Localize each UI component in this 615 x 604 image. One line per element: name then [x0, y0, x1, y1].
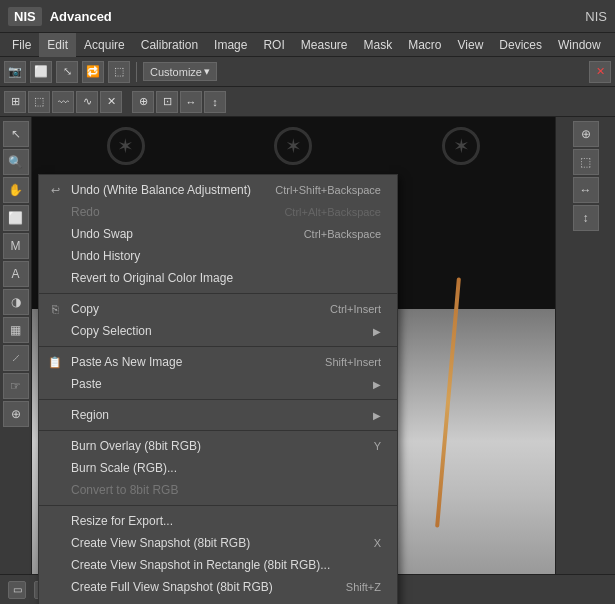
copy-sel-arrow: ▶	[373, 326, 381, 337]
toolbar2-btn-9[interactable]: ↕	[204, 91, 226, 113]
menu-create-full[interactable]: Create Full View Snapshot (8bit RGB) Shi…	[39, 576, 397, 598]
menu-copy[interactable]: ⎘ Copy Ctrl+Insert	[39, 298, 397, 320]
menu-edit[interactable]: Edit	[39, 33, 76, 57]
undo-history-icon	[47, 248, 63, 264]
toolbar2-btn-1[interactable]: ⊞	[4, 91, 26, 113]
right-btn-1[interactable]: ⊕	[573, 121, 599, 147]
create-full-label: Create Full View Snapshot (8bit RGB)	[71, 580, 326, 594]
undo-icon: ↩	[47, 182, 63, 198]
left-btn-zoom[interactable]: 🔍	[3, 149, 29, 175]
left-btn-histogram[interactable]: ▦	[3, 317, 29, 343]
dropdown-menu-overlay: ↩ Undo (White Balance Adjustment) Ctrl+S…	[38, 174, 398, 604]
left-btn-extra[interactable]: ⊕	[3, 401, 29, 427]
left-btn-hand[interactable]: ☞	[3, 373, 29, 399]
menu-application[interactable]: Application	[609, 33, 615, 57]
menu-window[interactable]: Window	[550, 33, 609, 57]
menu-create-rect[interactable]: Create View Snapshot in Rectangle (8bit …	[39, 554, 397, 576]
undo-shortcut: Ctrl+Shift+Backspace	[275, 184, 381, 196]
left-btn-pan[interactable]: ✋	[3, 177, 29, 203]
undo-swap-shortcut: Ctrl+Backspace	[304, 228, 381, 240]
redo-icon	[47, 204, 63, 220]
status-icon-1[interactable]: ▭	[8, 581, 26, 599]
left-btn-cursor[interactable]: ↖	[3, 121, 29, 147]
left-btn-line[interactable]: ⟋	[3, 345, 29, 371]
undo-history-label: Undo History	[71, 249, 381, 263]
toolbar2-btn-3[interactable]: 〰	[52, 91, 74, 113]
menu-copy-selection[interactable]: Copy Selection ▶	[39, 320, 397, 342]
burn-overlay-shortcut: Y	[374, 440, 381, 452]
left-btn-measure[interactable]: M	[3, 233, 29, 259]
menu-burn-overlay[interactable]: Burn Overlay (8bit RGB) Y	[39, 435, 397, 457]
paste-arrow: ▶	[373, 379, 381, 390]
fan-1: ✶	[107, 127, 145, 165]
separator-5	[39, 505, 397, 506]
paste-new-icon: 📋	[47, 354, 63, 370]
separator-1	[39, 293, 397, 294]
menu-measure[interactable]: Measure	[293, 33, 356, 57]
separator-2	[39, 346, 397, 347]
menu-snipping[interactable]: Snipping Tool Ctrl+Enter	[39, 598, 397, 604]
fan-2: ✶	[274, 127, 312, 165]
right-btn-2[interactable]: ⬚	[573, 149, 599, 175]
menu-undo-swap[interactable]: Undo Swap Ctrl+Backspace	[39, 223, 397, 245]
title-bar: NIS Advanced NIS	[0, 0, 615, 33]
create-snapshot-icon	[47, 535, 63, 551]
menu-mask[interactable]: Mask	[355, 33, 400, 57]
separator-3	[39, 399, 397, 400]
paste-new-label: Paste As New Image	[71, 355, 305, 369]
menu-burn-scale[interactable]: Burn Scale (RGB)...	[39, 457, 397, 479]
right-panel: ⊕ ⬚ ↔ ↕	[555, 117, 615, 574]
toolbar2-btn-7[interactable]: ⊡	[156, 91, 178, 113]
copy-icon: ⎘	[47, 301, 63, 317]
create-snapshot-shortcut: X	[374, 537, 381, 549]
menu-undo-history[interactable]: Undo History	[39, 245, 397, 267]
menu-revert[interactable]: Revert to Original Color Image	[39, 267, 397, 289]
menu-macro[interactable]: Macro	[400, 33, 449, 57]
menu-region[interactable]: Region ▶	[39, 404, 397, 426]
menu-roi[interactable]: ROI	[255, 33, 292, 57]
toolbar-btn-4[interactable]: 🔁	[82, 61, 104, 83]
menu-paste-new[interactable]: 📋 Paste As New Image Shift+Insert	[39, 351, 397, 373]
customize-label: Customize	[150, 66, 202, 78]
create-snapshot-label: Create View Snapshot (8bit RGB)	[71, 536, 354, 550]
right-btn-3[interactable]: ↔	[573, 177, 599, 203]
copy-label: Copy	[71, 302, 310, 316]
region-icon	[47, 407, 63, 423]
toolbar2-btn-4[interactable]: ∿	[76, 91, 98, 113]
paste-new-shortcut: Shift+Insert	[325, 356, 381, 368]
menu-file[interactable]: File	[4, 33, 39, 57]
menu-paste[interactable]: Paste ▶	[39, 373, 397, 395]
menu-image[interactable]: Image	[206, 33, 255, 57]
customize-button[interactable]: Customize ▾	[143, 62, 217, 81]
menu-undo[interactable]: ↩ Undo (White Balance Adjustment) Ctrl+S…	[39, 179, 397, 201]
resize-icon	[47, 513, 63, 529]
toolbar-close-icon[interactable]: ✕	[589, 61, 611, 83]
burn-overlay-icon	[47, 438, 63, 454]
menu-bar: File Edit Acquire Calibration Image ROI …	[0, 33, 615, 57]
toolbar-btn-5[interactable]: ⬚	[108, 61, 130, 83]
menu-calibration[interactable]: Calibration	[133, 33, 206, 57]
toolbar2-btn-8[interactable]: ↔	[180, 91, 202, 113]
toolbar2-btn-2[interactable]: ⬚	[28, 91, 50, 113]
copy-sel-label: Copy Selection	[71, 324, 369, 338]
toolbar-btn-2[interactable]: ⬜	[30, 61, 52, 83]
toolbar-btn-3[interactable]: ⤡	[56, 61, 78, 83]
burn-scale-label: Burn Scale (RGB)...	[71, 461, 381, 475]
toolbar-btn-1[interactable]: 📷	[4, 61, 26, 83]
toolbar2-btn-6[interactable]: ⊕	[132, 91, 154, 113]
toolbar-row-1: 📷 ⬜ ⤡ 🔁 ⬚ Customize ▾ ✕	[0, 57, 615, 87]
left-btn-annotate[interactable]: A	[3, 261, 29, 287]
left-btn-roi[interactable]: ⬜	[3, 205, 29, 231]
menu-create-snapshot[interactable]: Create View Snapshot (8bit RGB) X	[39, 532, 397, 554]
menu-devices[interactable]: Devices	[491, 33, 550, 57]
menu-resize[interactable]: Resize for Export...	[39, 510, 397, 532]
right-btn-4[interactable]: ↕	[573, 205, 599, 231]
left-btn-color[interactable]: ◑	[3, 289, 29, 315]
menu-convert: Convert to 8bit RGB	[39, 479, 397, 501]
resize-label: Resize for Export...	[71, 514, 381, 528]
toolbar2-btn-5[interactable]: ✕	[100, 91, 122, 113]
region-label: Region	[71, 408, 369, 422]
menu-view[interactable]: View	[450, 33, 492, 57]
menu-acquire[interactable]: Acquire	[76, 33, 133, 57]
convert-icon	[47, 482, 63, 498]
